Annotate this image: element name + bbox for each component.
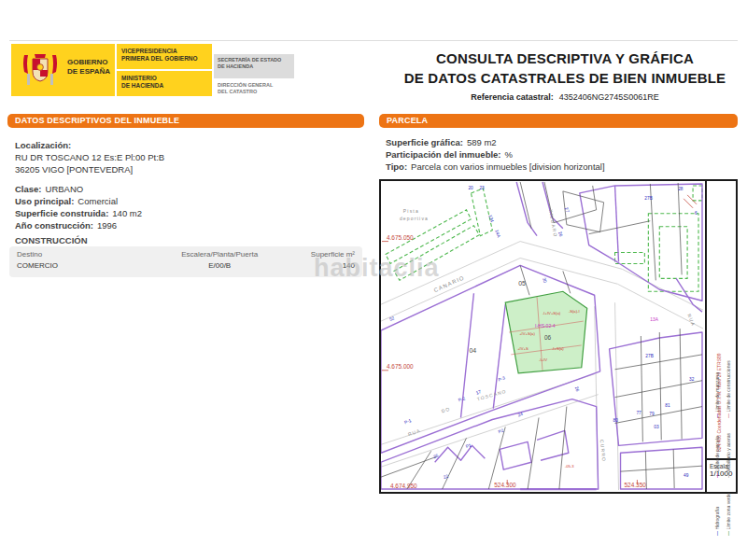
legend-line-sample: —	[714, 413, 720, 418]
section-bar-datos-descriptivos: DATOS DESCRIPTIVOS DEL INMUEBLE	[7, 114, 364, 128]
map-label: DO	[441, 406, 451, 413]
legend-line-sample: —	[726, 413, 731, 418]
table-cell: E/00/B	[152, 260, 288, 272]
legend-item: — Límite zona verde	[726, 493, 731, 536]
section-bar-parcela: PARCELA	[379, 114, 738, 128]
field-label: Participación del inmueble:	[386, 149, 501, 160]
legend-item: — Límite de manzana	[714, 372, 720, 418]
legend-item: — Hidrografía	[714, 507, 720, 536]
field-label: Superficie construida:	[15, 208, 108, 218]
map-label: 26	[574, 385, 581, 392]
localizacion-label: Localización:	[15, 139, 161, 151]
legend-line-sample: —	[714, 530, 720, 536]
map-label: +IV+S	[517, 346, 529, 351]
referencia-label: Referencia catastral:	[471, 92, 554, 102]
direccion-box: DIRECCIÓN GENERAL DEL CATASTRO	[214, 78, 294, 95]
map-label: 28	[678, 187, 684, 191]
map-label: 30	[542, 277, 548, 284]
map-label: 22	[443, 473, 449, 480]
map-label: 134	[487, 215, 494, 223]
legend-item: — Límite de parcela	[714, 436, 720, 478]
map-label: 77	[636, 411, 641, 415]
table-column-header: Destino	[17, 249, 152, 260]
map-label: 32	[689, 377, 695, 382]
legend-item-label: Hidrografía	[714, 507, 720, 530]
map-label: deportiva	[400, 217, 429, 221]
field-row: Año construcción:1996	[15, 219, 142, 231]
map-label: 23	[479, 186, 485, 190]
map-label: CURRO	[599, 440, 607, 463]
field-row: Clase:URBANO	[15, 183, 142, 195]
construccion-table-header: DestinoEscalera/Planta/PuertaSuperficie …	[17, 249, 355, 260]
map-label: 27	[564, 207, 571, 214]
ministerio-line1: MINISTERIO	[121, 75, 211, 82]
direccion-line2: DEL CATASTRO	[218, 89, 290, 95]
field-row: Uso principal:Comercial	[15, 195, 142, 207]
secretaria-box: SECRETARÍA DE ESTADO DE HACIENDA	[214, 54, 294, 78]
table-cell: 140	[288, 260, 355, 272]
map-label: 4.674.950	[390, 483, 417, 489]
field-value: URBANO	[46, 184, 84, 194]
vicepresidencia-line2: PRIMERA DEL GOBIERNO	[121, 55, 211, 63]
field-value: 1996	[97, 220, 117, 231]
legend-line-sample: —	[714, 472, 720, 478]
inmueble-fields: Clase:URBANOUso principal:ComercialSuper…	[15, 183, 142, 231]
legend-item: — Límite de construcciones	[726, 360, 731, 418]
map-label: -05-3	[565, 464, 574, 469]
map-label: -I+IV	[539, 357, 547, 362]
map-label: 27B	[644, 196, 652, 201]
map-label: 05	[518, 280, 526, 287]
field-row: Participación del inmueble:%	[386, 148, 605, 161]
legend-item-label: Límite de manzana	[714, 372, 720, 413]
map-label: 49	[684, 473, 689, 478]
map-label: XILGARO	[548, 209, 557, 238]
field-row: Superficie construida:140 m2	[15, 207, 142, 219]
document-title: CONSULTA DESCRIPTIVA Y GRÁFICA DE DATOS …	[392, 49, 738, 102]
secretaria-line2: DE HACIENDA	[218, 63, 290, 70]
map-label: 80	[613, 418, 619, 423]
map-label: -I+S(a)	[552, 346, 564, 351]
legend-item-label: Límite de construcciones	[726, 360, 731, 412]
map-label: 524.350	[624, 482, 646, 488]
legend-line-sample: —	[726, 472, 731, 478]
map-label: 04	[469, 347, 476, 354]
referencia-catastral: Referencia catastral:4352406NG2745S0061R…	[392, 92, 738, 102]
table-cell: COMERCIO	[17, 260, 152, 272]
localizacion-block: Localización: RU DR TOSCANO 12 Es:E Pl:0…	[15, 139, 164, 175]
map-label: 13A	[650, 317, 658, 322]
field-value: Parcela con varios inmuebles [division h…	[411, 161, 605, 172]
gobierno-text: GOBIERNO DE ESPAÑA	[67, 58, 110, 77]
parcela-fields: Superficie gráfica:589 m2Participación d…	[386, 136, 605, 173]
legend-item: — Mobiliario y aceras	[726, 433, 731, 478]
map-label: 20	[468, 186, 473, 190]
map-label: 52	[388, 315, 395, 322]
address-line2: 36205 VIGO [PONTEVEDRA]	[15, 163, 164, 175]
gobierno-logo: GOBIERNO DE ESPAÑA VICEPRESIDENCIA PRIME…	[11, 44, 212, 96]
construccion-title: CONSTRUCCIÓN	[15, 235, 88, 245]
gobierno-line2: DE ESPAÑA	[67, 67, 110, 77]
construccion-table-body: COMERCIOE/00/B140	[17, 260, 355, 272]
field-value: 589 m2	[467, 137, 497, 147]
legend-item-label: Mobiliario y aceras	[726, 433, 731, 472]
field-label: Año construcción:	[15, 220, 93, 231]
map-label: 6	[695, 211, 698, 216]
map-label: Pista	[403, 209, 419, 214]
map-label: P-2	[458, 396, 466, 402]
field-label: Superficie gráfica:	[386, 137, 463, 147]
direccion-line1: DIRECCIÓN GENERAL	[218, 82, 290, 89]
gobierno-line1: GOBIERNO	[67, 58, 110, 67]
map-label: TOSCANO	[476, 389, 507, 402]
map-label: +IV+S(a)	[519, 331, 535, 336]
table-column-header: Escalera/Planta/Puerta	[152, 249, 288, 260]
construccion-table: DestinoEscalera/Planta/PuertaSuperficie …	[9, 246, 362, 277]
map-label: 524.300	[494, 482, 516, 488]
map-label: 14A	[494, 229, 501, 238]
legend-item-label: Límite de parcela	[714, 436, 720, 471]
field-label: Uso principal:	[15, 196, 74, 206]
map-label: P-1	[403, 418, 412, 425]
legend-line-sample: —	[726, 530, 731, 536]
field-row: Tipo:Parcela con varios inmuebles [divis…	[386, 161, 605, 173]
map-label: 81	[665, 403, 670, 408]
map-label: P1	[465, 442, 472, 449]
map-label: 17	[475, 389, 482, 396]
